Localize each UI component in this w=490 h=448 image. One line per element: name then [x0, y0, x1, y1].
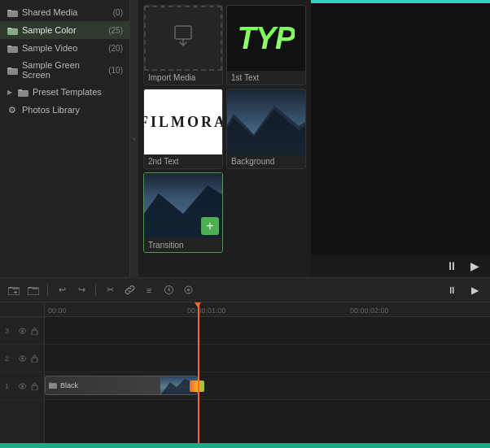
filmora-text: FILMORA [144, 114, 222, 131]
clip-folder-icon [49, 381, 57, 390]
track-1-num: 1 [5, 382, 15, 390]
transition-label: Transition [144, 238, 222, 252]
folder-icon [7, 7, 18, 18]
snap-button[interactable] [181, 283, 195, 298]
add-button[interactable]: + [201, 217, 219, 235]
background-label: Background [227, 154, 305, 168]
first-text-card[interactable]: TYP 1st Text [226, 5, 306, 85]
film-icon [7, 42, 18, 54]
track-1-lock-button[interactable] [29, 381, 39, 391]
clock-button[interactable] [161, 283, 176, 298]
sidebar-item-label: Shared Media [22, 7, 107, 17]
svg-rect-27 [190, 381, 204, 392]
sidebar-item-shared-media[interactable]: Shared Media (0) [0, 3, 129, 21]
svg-rect-22 [32, 385, 37, 390]
sidebar: Shared Media (0) Sample Color (25) Sampl… [0, 0, 130, 277]
clip-transition-marker [190, 381, 204, 392]
import-media-label: Import Media [144, 71, 222, 85]
ruler-spacer [0, 302, 44, 317]
media-grid-area: Import Media TYP 1st Text FILMORA 2nd Te… [138, 0, 311, 277]
clip-label: Black [60, 381, 78, 389]
new-folder-button[interactable] [7, 283, 21, 298]
track-1-label: 1 [0, 372, 44, 400]
first-text-label: 1st Text [227, 71, 305, 85]
transition-card[interactable]: + Transition [143, 172, 223, 253]
cut-button[interactable]: ✂ [103, 283, 117, 298]
svg-rect-3 [7, 68, 18, 75]
chevron-left-icon: ‹ [133, 135, 136, 143]
svg-point-19 [21, 357, 24, 359]
track-3-row [45, 317, 490, 345]
link-button[interactable] [122, 283, 137, 298]
redo-button[interactable]: ↪ [74, 283, 89, 298]
import-media-card[interactable]: Import Media [143, 5, 223, 85]
sidebar-item-label: Sample Green Screen [22, 60, 103, 80]
svg-point-16 [186, 289, 190, 292]
playhead-marker [195, 302, 201, 307]
sidebar-item-sample-green-screen[interactable]: Sample Green Screen (10) [0, 57, 129, 83]
media-grid: Import Media TYP 1st Text FILMORA 2nd Te… [138, 0, 311, 258]
second-text-label: 2nd Text [144, 154, 222, 168]
track-2-num: 2 [5, 354, 15, 363]
svg-rect-5 [175, 26, 191, 39]
import-thumb [144, 6, 222, 71]
sidebar-item-label: Sample Color [22, 25, 103, 35]
collapse-handle[interactable]: ‹ [130, 0, 138, 277]
timeline-tracks: 00:00 00:00:01:00 00:00:02:00 00:00:03:0… [45, 302, 490, 443]
add-track-button[interactable] [26, 283, 41, 298]
sidebar-item-label: Sample Video [22, 43, 103, 53]
track-3-eye-button[interactable] [17, 326, 27, 336]
track-3-num: 3 [5, 327, 15, 335]
transition-thumb: + [144, 173, 222, 238]
folder-icon-2 [17, 86, 28, 98]
sidebar-item-preset-templates[interactable]: ▶ Preset Templates [0, 83, 129, 101]
track-1-row: Black [45, 372, 490, 400]
second-text-card[interactable]: FILMORA 2nd Text [143, 89, 223, 169]
pause-button[interactable]: ⏸ [443, 257, 461, 275]
typ-thumb: TYP [227, 6, 305, 71]
preview-video [311, 3, 490, 254]
svg-rect-0 [7, 11, 18, 17]
timeline-toolbar: ↩ ↪ ✂ ≡ ⏸ ▶ [0, 278, 490, 302]
svg-point-21 [21, 385, 24, 387]
track-3-label: 3 [0, 317, 44, 345]
track-1-eye-button[interactable] [17, 381, 27, 391]
track-2-row [45, 345, 490, 372]
timeline-pause-button[interactable]: ⏸ [443, 281, 461, 299]
svg-rect-2 [7, 46, 18, 53]
sidebar-item-sample-video[interactable]: Sample Video (20) [0, 39, 129, 57]
chevron-right-icon: ▶ [7, 89, 13, 95]
track-3-controls [17, 326, 39, 336]
track-1-controls [17, 381, 39, 391]
sidebar-item-count: (20) [108, 44, 123, 53]
playhead[interactable] [198, 302, 199, 443]
svg-point-17 [21, 329, 24, 332]
track-2-controls [17, 354, 39, 363]
timeline-bottom-bar [0, 443, 490, 448]
svg-rect-4 [18, 90, 28, 97]
sidebar-item-count: (10) [108, 66, 123, 75]
sidebar-item-sample-color[interactable]: Sample Color (25) [0, 21, 129, 39]
palette-icon [7, 24, 18, 36]
sidebar-item-count: (25) [108, 26, 123, 35]
sidebar-item-count: (0) [113, 8, 123, 17]
timeline-play-button[interactable]: ▶ [466, 281, 483, 299]
film-icon-2 [7, 64, 18, 76]
track-labels: 3 [0, 302, 45, 443]
black-clip[interactable]: Black [45, 376, 198, 395]
undo-button[interactable]: ↩ [55, 283, 69, 298]
preview-panel: ⏸ ▶ [311, 0, 490, 277]
list-button[interactable]: ≡ [142, 283, 156, 298]
import-icon [172, 24, 195, 52]
separator-2 [95, 285, 96, 296]
svg-rect-1 [7, 28, 18, 35]
play-button[interactable]: ▶ [466, 257, 483, 275]
preview-controls: ⏸ ▶ [311, 254, 490, 277]
sidebar-item-photos-library[interactable]: ⚙ Photos Library [0, 101, 129, 119]
track-2-eye-button[interactable] [17, 354, 27, 363]
track-3-lock-button[interactable] [29, 326, 39, 336]
track-2-lock-button[interactable] [29, 354, 39, 363]
separator [47, 285, 48, 296]
track-2-label: 2 [0, 345, 44, 372]
background-card[interactable]: Background [226, 89, 306, 169]
